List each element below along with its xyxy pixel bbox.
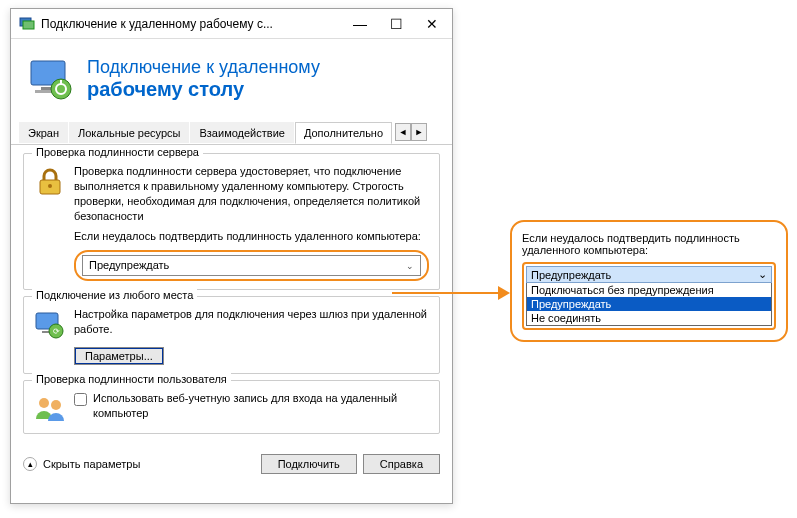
titlebar: Подключение к удаленному рабочему с... —… bbox=[11, 9, 452, 39]
gateway-settings-button[interactable]: Параметры... bbox=[74, 347, 164, 365]
tab-scroll-left[interactable]: ◄ bbox=[395, 123, 411, 141]
hide-options-label: Скрыть параметры bbox=[43, 458, 140, 470]
hide-options-toggle[interactable]: ▴ Скрыть параметры bbox=[23, 457, 255, 471]
svg-point-15 bbox=[51, 400, 61, 410]
web-account-checkbox[interactable] bbox=[74, 393, 87, 406]
group-user-auth: Проверка подлинности пользователя Исполь… bbox=[23, 380, 440, 434]
maximize-button[interactable]: ☐ bbox=[388, 16, 404, 32]
group-server-auth-title: Проверка подлинности сервера bbox=[32, 146, 203, 158]
callout-dropdown-highlight: Предупреждать ⌄ Подключаться без предупр… bbox=[522, 262, 776, 330]
minimize-button[interactable]: — bbox=[352, 16, 368, 32]
callout-option-connect[interactable]: Подключаться без предупреждения bbox=[527, 283, 771, 297]
web-account-label: Использовать веб-учетную запись для вход… bbox=[93, 391, 429, 421]
gateway-desc: Настройка параметров для подключения чер… bbox=[74, 307, 429, 337]
auth-fail-dropdown-highlight: Предупреждать ⌄ bbox=[74, 250, 429, 281]
auth-fail-selected: Предупреждать bbox=[89, 258, 169, 273]
group-gateway: Подключение из любого места ⟳ Настройка … bbox=[23, 296, 440, 374]
callout-prompt: Если неудалось подтвердить подлинность у… bbox=[522, 232, 776, 256]
dropdown-callout: Если неудалось подтвердить подлинность у… bbox=[510, 220, 788, 342]
collapse-icon: ▴ bbox=[23, 457, 37, 471]
group-user-auth-title: Проверка подлинности пользователя bbox=[32, 373, 231, 385]
chevron-down-icon: ⌄ bbox=[406, 260, 414, 272]
help-button[interactable]: Справка bbox=[363, 454, 440, 474]
close-button[interactable]: ✕ bbox=[424, 16, 440, 32]
annotation-arrow bbox=[392, 292, 502, 294]
lock-icon bbox=[34, 166, 66, 198]
window-title: Подключение к удаленному рабочему с... bbox=[41, 17, 352, 31]
header-text: Подключение к удаленному рабочему столу bbox=[87, 57, 320, 101]
annotation-arrow-head bbox=[498, 286, 510, 300]
svg-point-14 bbox=[39, 398, 49, 408]
web-account-checkbox-row[interactable]: Использовать веб-учетную запись для вход… bbox=[74, 391, 429, 421]
header-line1: Подключение к удаленному bbox=[87, 57, 320, 78]
connect-button[interactable]: Подключить bbox=[261, 454, 357, 474]
callout-selected: Предупреждать bbox=[531, 269, 611, 281]
callout-options-list: Подключаться без предупреждения Предупре… bbox=[526, 283, 772, 326]
svg-point-9 bbox=[48, 184, 52, 188]
tab-content: Проверка подлинности сервера Проверка по… bbox=[11, 145, 452, 448]
users-icon bbox=[34, 393, 66, 425]
group-gateway-title: Подключение из любого места bbox=[32, 289, 197, 301]
server-auth-desc: Проверка подлинности сервера удостоверяе… bbox=[74, 164, 429, 223]
rdp-dialog: Подключение к удаленному рабочему с... —… bbox=[10, 8, 453, 504]
callout-dropdown[interactable]: Предупреждать ⌄ bbox=[526, 266, 772, 283]
server-auth-prompt: Если неудалось подтвердить подлинность у… bbox=[74, 229, 429, 244]
footer: ▴ Скрыть параметры Подключить Справка bbox=[11, 448, 452, 480]
svg-rect-1 bbox=[23, 21, 34, 29]
tab-screen[interactable]: Экран bbox=[19, 122, 68, 143]
group-server-auth: Проверка подлинности сервера Проверка по… bbox=[23, 153, 440, 290]
tab-local-resources[interactable]: Локальные ресурсы bbox=[69, 122, 189, 143]
callout-option-dont-connect[interactable]: Не соединять bbox=[527, 311, 771, 325]
window-controls: — ☐ ✕ bbox=[352, 16, 444, 32]
tab-experience[interactable]: Взаимодействие bbox=[190, 122, 293, 143]
svg-text:⟳: ⟳ bbox=[53, 327, 60, 336]
app-icon bbox=[19, 16, 35, 32]
header-line2: рабочему столу bbox=[87, 78, 320, 101]
tab-strip: Экран Локальные ресурсы Взаимодействие Д… bbox=[11, 119, 452, 145]
rdp-icon bbox=[27, 55, 75, 103]
chevron-down-icon: ⌄ bbox=[758, 268, 767, 281]
header: Подключение к удаленному рабочему столу bbox=[11, 39, 452, 119]
monitor-icon: ⟳ bbox=[34, 309, 66, 341]
tab-scroll-right[interactable]: ► bbox=[411, 123, 427, 141]
callout-option-warn[interactable]: Предупреждать bbox=[527, 297, 771, 311]
auth-fail-dropdown[interactable]: Предупреждать ⌄ bbox=[82, 255, 421, 276]
tab-advanced[interactable]: Дополнительно bbox=[295, 122, 392, 144]
